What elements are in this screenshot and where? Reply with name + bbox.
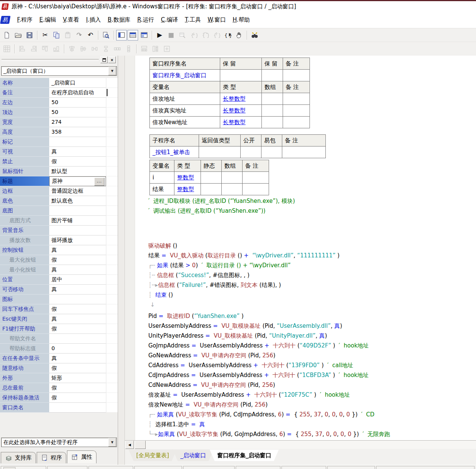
code-line[interactable]: Pid = 取进程ID (“YuanShen.exe” ) <box>148 311 390 321</box>
panel-restore-button[interactable] <box>100 56 108 63</box>
menu-item[interactable]: B.数据库 <box>104 15 134 25</box>
property-row-位置[interactable]: 位置居中 <box>0 275 118 285</box>
property-value[interactable]: 假 <box>49 383 106 393</box>
undo-button[interactable]: ↶ <box>85 30 96 41</box>
table-cell[interactable] <box>261 146 282 158</box>
property-row-保持标题条激活[interactable]: 保持标题条激活假 <box>0 393 118 403</box>
code-line[interactable]: ┊╌ 信息框 (“Success!”, #信息图标, , ) <box>148 270 339 280</box>
open-file-button[interactable] <box>13 30 23 41</box>
search-in-project-button[interactable] <box>249 30 260 41</box>
table-cell[interactable] <box>283 105 310 117</box>
code-line[interactable]: ┌╌ 如果真 (VU_读取字节集 (Pid, CdJmpAddress, 6) … <box>148 410 390 419</box>
property-row-总在最前[interactable]: 总在最前假 <box>0 383 118 393</box>
code-line[interactable]: 倍攻New地址 = VU_申请内存空间 (Pid, 256) <box>148 400 390 410</box>
code-line[interactable]: CdAddress = UserAssemblyAddress + 十六到十 (… <box>148 360 390 370</box>
property-row-可否移动[interactable]: 可否移动真 <box>0 285 118 294</box>
property-row-最大化按钮[interactable]: 最大化按钮假 <box>0 255 118 265</box>
property-value[interactable] <box>49 206 106 216</box>
property-value[interactable]: 真 <box>49 314 106 324</box>
table-cell[interactable] <box>222 184 243 195</box>
property-value[interactable]: 居中 <box>49 275 106 285</box>
table-cell[interactable]: 整数型 <box>174 172 201 184</box>
property-value[interactable]: 真 <box>49 265 106 275</box>
property-row-边框[interactable]: 边框普通固定边框 <box>0 186 118 196</box>
code-line[interactable]: ┌╌ 如果 (结果 > 0) ′ 取运行目录 () + “\wyDriver.d… <box>148 260 339 270</box>
code-line[interactable]: ┊╌▸信息框 (“Failure!”, #错误图标, 到文本 (结果), ) <box>148 280 339 290</box>
panel-close-button[interactable]: × <box>108 56 116 63</box>
panel-tab-属性[interactable]: 属性 <box>67 450 96 463</box>
table-cell[interactable] <box>283 70 310 81</box>
save-button[interactable] <box>24 30 35 41</box>
menu-item[interactable]: E.编辑 <box>36 15 59 25</box>
menu-item[interactable]: I.插入 <box>82 15 104 25</box>
property-value[interactable]: 真 <box>49 354 106 363</box>
table-cell[interactable] <box>282 146 326 158</box>
object-selector[interactable]: _启动窗口（窗口） ▼ <box>1 66 117 76</box>
table-cell[interactable]: 长整数型 <box>220 105 262 117</box>
property-value[interactable]: 0 <box>49 344 106 354</box>
code-line[interactable]: GoNewAddress = VU_申请内存空间 (Pid, 256) <box>148 351 390 360</box>
property-row-图标[interactable]: 图标 <box>0 294 118 304</box>
property-value[interactable]: 假 <box>49 255 106 265</box>
table-cell[interactable] <box>243 184 269 195</box>
chevron-down-icon[interactable]: ▼ <box>108 438 116 447</box>
property-row-背景音乐[interactable]: 背景音乐 <box>0 226 118 235</box>
property-row-控制按钮[interactable]: 控制按钮真 <box>0 245 118 255</box>
property-row-帮助文件名[interactable]: 帮助文件名 <box>0 334 118 344</box>
property-value[interactable]: 假 <box>49 304 106 314</box>
table-cell[interactable] <box>262 117 283 128</box>
property-value[interactable]: 50 <box>49 108 106 117</box>
menu-item[interactable]: T.工具 <box>182 15 204 25</box>
view-panels-button[interactable] <box>128 30 138 41</box>
table-cell[interactable] <box>243 172 269 184</box>
property-row-左边[interactable]: 左边50 <box>0 98 118 108</box>
code-line[interactable]: ′ 调试输出 (进程_名取ID (“YuanShen.exe”)) <box>148 206 295 216</box>
property-row-名称[interactable]: 名称_启动窗口 <box>0 78 118 88</box>
panel-splitter[interactable] <box>118 56 125 465</box>
table-cell[interactable]: 倍攻New地址 <box>150 117 220 128</box>
find-button[interactable] <box>101 30 111 41</box>
menu-item[interactable]: R.运行 <box>134 15 158 25</box>
view-layout-button[interactable] <box>139 30 149 41</box>
table-cell[interactable] <box>283 117 310 128</box>
property-value[interactable]: 真 <box>49 245 106 255</box>
property-value[interactable]: 真 <box>49 147 106 157</box>
code-line[interactable]: ┊ 选择框1.选中 = 真 <box>148 419 390 429</box>
property-value[interactable]: 普通固定边框 <box>49 186 106 196</box>
property-value[interactable]: 假 <box>49 393 106 403</box>
code-line[interactable]: ′ 进程_ID取模块 (进程_名取ID (“YuanShen.exe”), 模块… <box>148 196 295 206</box>
code-line[interactable]: CdNewAddress = VU_申请内存空间 (Pid, 256) <box>148 380 390 390</box>
property-row-F1键打开帮助[interactable]: F1键打开帮助假 <box>0 324 118 334</box>
table-cell[interactable]: 长整数型 <box>220 117 262 128</box>
property-row-底图[interactable]: 底图 <box>0 206 118 216</box>
menu-item[interactable]: C.编译 <box>157 15 181 25</box>
property-row-帮助标志值[interactable]: 帮助标志值0 <box>0 344 118 354</box>
property-row-底色[interactable]: 底色默认底色 <box>0 196 118 206</box>
property-value[interactable]: 循环播放 <box>49 235 106 245</box>
copy-button[interactable] <box>51 30 62 41</box>
property-row-标题[interactable]: 标题原神... <box>0 176 118 186</box>
property-row-播放次数[interactable]: 播放次数循环播放 <box>0 235 118 245</box>
property-row-鼠标指针[interactable]: 鼠标指针默认型 <box>0 167 118 176</box>
property-value[interactable] <box>49 226 106 235</box>
property-row-禁止[interactable]: 禁止假 <box>0 157 118 167</box>
run-to-cursor-button[interactable]: { } <box>222 30 233 41</box>
scroll-left-button[interactable]: ◀ <box>125 441 134 449</box>
property-value[interactable]: 原神... <box>49 176 106 186</box>
cut-button[interactable]: ✂ <box>40 30 50 41</box>
code-line[interactable]: 倍攻基址 = UserAssemblyAddress + 十六到十 (“120F… <box>148 390 390 400</box>
menu-item[interactable]: F.程序 <box>14 15 36 25</box>
run-button[interactable]: ▶ <box>154 30 165 41</box>
code-line[interactable]: 驱动破解 () <box>148 241 339 251</box>
property-value[interactable] <box>49 403 106 413</box>
table-cell[interactable]: 长整数型 <box>220 93 262 105</box>
sheet-tab-[全局变量表][interactable]: [全局变量表] <box>129 450 177 461</box>
property-value[interactable]: 真 <box>49 285 106 294</box>
property-value[interactable] <box>49 294 106 304</box>
property-value[interactable]: 图片平铺 <box>49 216 106 226</box>
property-row-随意移动[interactable]: 随意移动假 <box>0 363 118 373</box>
property-row-可视[interactable]: 可视真 <box>0 147 118 157</box>
code-line[interactable]: CdJmpAddress = UserAssemblyAddress + 十六到… <box>148 370 390 380</box>
property-value[interactable] <box>49 137 106 147</box>
code-line[interactable]: GoJmpAddress = UserAssemblyAddress + 十六到… <box>148 341 390 351</box>
